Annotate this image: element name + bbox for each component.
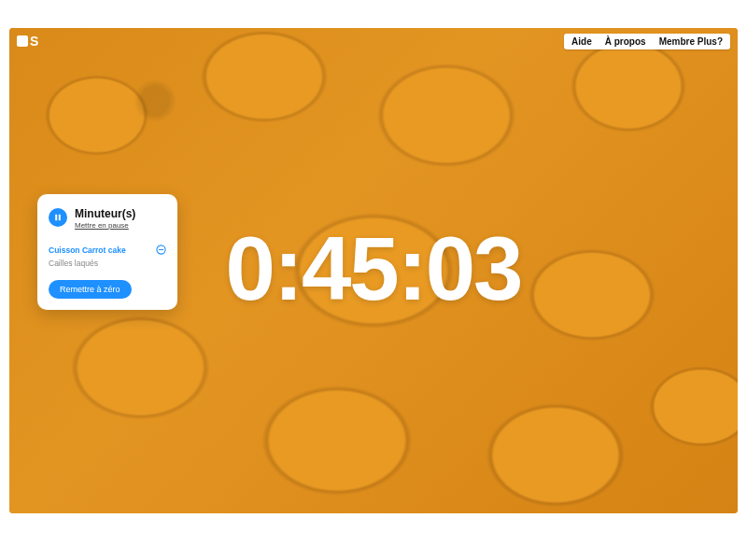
nav-about-link[interactable]: À propos (605, 36, 646, 47)
timer-card: Minuteur(s) Mettre en pause Cuisson Carr… (37, 194, 177, 310)
brand-logo[interactable]: S (17, 34, 39, 49)
svg-rect-0 (55, 215, 57, 220)
nav-help-link[interactable]: Aide (571, 36, 592, 47)
timer-list: Cuisson Carrot cake Cailles laqués (49, 243, 166, 270)
timer-label: Cailles laqués (49, 259, 98, 268)
card-title: Minuteur(s) (75, 207, 135, 220)
pause-all-link[interactable]: Mettre en pause (75, 221, 135, 230)
minus-circle-icon (156, 245, 166, 255)
pause-button[interactable] (49, 208, 67, 227)
nav-member-link[interactable]: Membre Plus? (659, 36, 723, 47)
reset-button[interactable]: Remettre à zéro (49, 280, 132, 299)
timer-row-inactive[interactable]: Cailles laqués (49, 257, 166, 270)
svg-rect-1 (59, 215, 61, 220)
pause-icon (54, 214, 62, 221)
top-nav: Aide À propos Membre Plus? (564, 34, 730, 49)
logo-letter: S (30, 34, 39, 49)
card-header: Minuteur(s) Mettre en pause (49, 207, 166, 230)
main-timer-display: 0:45:03 (226, 224, 522, 314)
timer-label: Cuisson Carrot cake (49, 245, 126, 255)
logo-square-icon (17, 35, 28, 47)
app-stage: S Aide À propos Membre Plus? 0:45:03 Min… (9, 28, 738, 513)
remove-timer-button[interactable] (156, 245, 166, 255)
timer-row-active[interactable]: Cuisson Carrot cake (49, 243, 166, 257)
